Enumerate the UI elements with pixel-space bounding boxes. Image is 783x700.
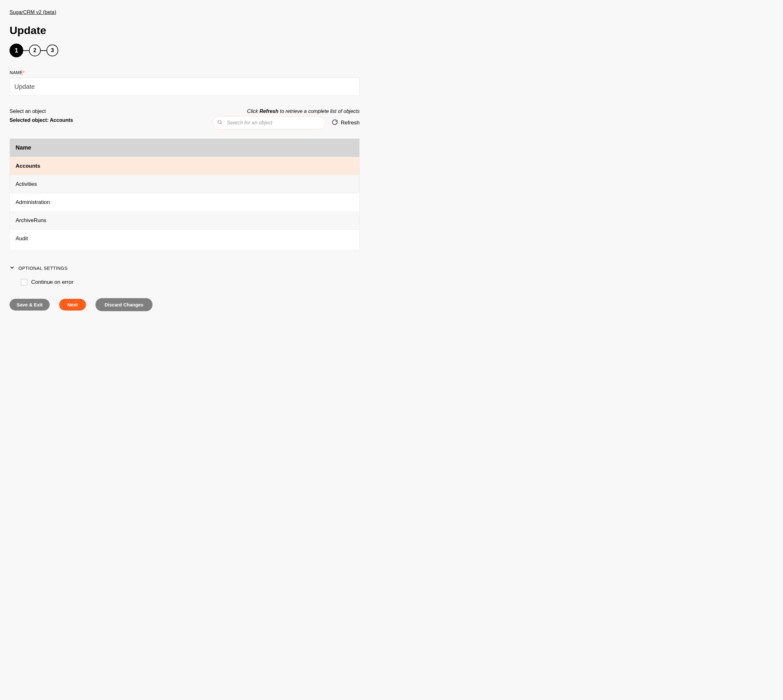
selected-object-text: Selected object: Accounts [10, 117, 73, 123]
hint-bold: Refresh [259, 108, 279, 114]
name-input[interactable] [10, 78, 360, 96]
step-connector [41, 50, 47, 51]
table-row[interactable]: Audit [10, 229, 359, 248]
table-body[interactable]: AccountsActivitiesAdministrationArchiveR… [10, 157, 359, 250]
refresh-label: Refresh [341, 120, 360, 126]
table-row[interactable]: ArchiveRuns [10, 211, 359, 229]
step-3[interactable]: 3 [47, 45, 58, 56]
search-wrap [212, 116, 325, 130]
stepper: 1 2 3 [10, 43, 360, 57]
hint-suffix: to retrieve a complete list of objects [279, 108, 360, 114]
discard-changes-button[interactable]: Discard Changes [95, 298, 152, 311]
hint-prefix: Click [247, 108, 259, 114]
next-button[interactable]: Next [59, 299, 86, 310]
search-input[interactable] [212, 116, 325, 130]
step-connector [23, 50, 29, 51]
continue-on-error-checkbox[interactable] [21, 279, 27, 285]
svg-point-0 [218, 120, 221, 123]
refresh-hint: Click Refresh to retrieve a complete lis… [212, 108, 360, 114]
required-indicator: * [23, 70, 25, 75]
table-row[interactable]: Accounts [10, 157, 359, 175]
breadcrumb[interactable]: SugarCRM v2 (beta) [10, 10, 56, 15]
name-field-label: NAME* [10, 70, 360, 75]
save-exit-button[interactable]: Save & Exit [10, 299, 50, 310]
svg-line-1 [221, 123, 222, 124]
selected-value: Accounts [50, 117, 73, 123]
chevron-down-icon [10, 265, 15, 272]
table-row[interactable]: Administration [10, 193, 359, 211]
search-icon [217, 119, 223, 126]
refresh-icon [332, 119, 338, 127]
object-table: Name AccountsActivitiesAdministrationArc… [10, 138, 360, 250]
table-header-name: Name [10, 139, 359, 157]
select-object-label: Select an object [10, 108, 73, 114]
table-row[interactable]: Activities [10, 175, 359, 193]
optional-settings-label: OPTIONAL SETTINGS [18, 266, 67, 271]
step-2[interactable]: 2 [29, 45, 41, 56]
optional-settings-toggle[interactable]: OPTIONAL SETTINGS [10, 265, 360, 272]
page-title: Update [10, 24, 360, 37]
name-label-text: NAME [10, 70, 23, 75]
step-1[interactable]: 1 [10, 43, 23, 57]
selected-prefix: Selected object: [10, 117, 50, 123]
refresh-button[interactable]: Refresh [332, 119, 360, 127]
continue-on-error-label: Continue on error [31, 279, 73, 285]
